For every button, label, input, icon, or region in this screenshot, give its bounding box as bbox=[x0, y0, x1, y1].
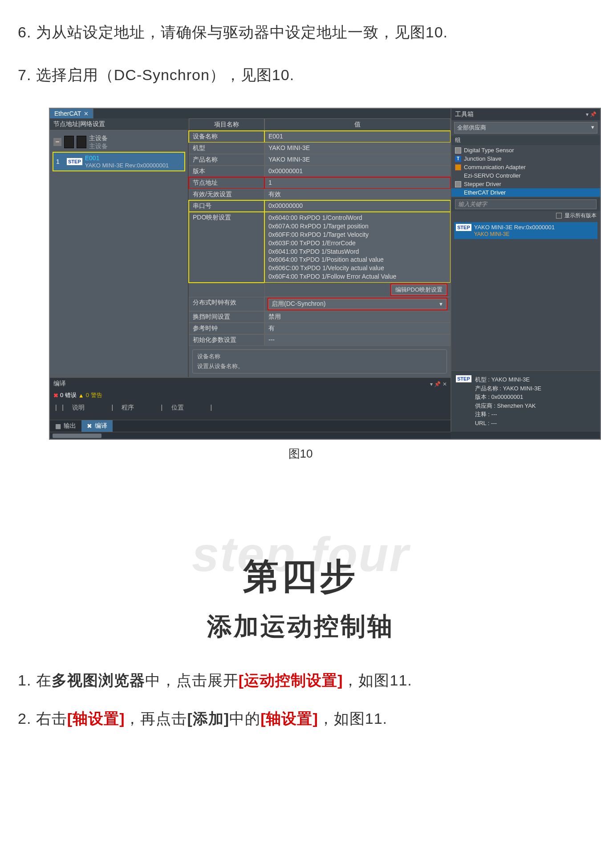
error-count[interactable]: 0 错误 bbox=[60, 391, 77, 399]
warning-icon: ▲ bbox=[78, 392, 84, 399]
toolbox-list: Digital Type Sensor TJunction Slave Comm… bbox=[451, 145, 600, 198]
device-icon bbox=[64, 136, 74, 148]
description-panel: 设备名称 设置从设备名称。 bbox=[192, 349, 447, 373]
dc-synchron-combo[interactable]: 启用(DC-Synchron) ▼ bbox=[268, 299, 447, 309]
doc-step7: 7. 选择启用（DC-Synchron），见图10. bbox=[18, 65, 583, 85]
row-model-v: YAKO MINI-3E bbox=[264, 142, 451, 154]
doc-step4-2: 2. 右击[轴设置]，再点击[添加]中的[轴设置]，如图11. bbox=[18, 709, 583, 729]
info-comment: 注释 : --- bbox=[475, 410, 541, 419]
close-icon[interactable]: ✕ bbox=[84, 110, 89, 117]
error-icon: ✖ bbox=[53, 392, 58, 399]
show-all-label: 显示所有版本 bbox=[564, 212, 597, 219]
show-all-checkbox[interactable] bbox=[556, 213, 562, 219]
panel-menu-icon[interactable]: ▾ 📌 bbox=[586, 111, 597, 118]
warning-count[interactable]: 0 警告 bbox=[86, 391, 102, 399]
row-shift-l: 换挡时间设置 bbox=[189, 311, 264, 323]
row-device-name-l: 设备名称 bbox=[189, 131, 264, 142]
row-init-l: 初始化参数设置 bbox=[189, 334, 264, 346]
row-version-l: 版本 bbox=[189, 166, 264, 177]
row-serial-v: 0x00000000 bbox=[264, 200, 451, 212]
row-pdo-l: PDO映射设置 bbox=[189, 212, 264, 283]
doc-step6: 6. 为从站设定地址，请确保与驱动器中设定地址一致，见图10. bbox=[18, 22, 583, 43]
row-product-l: 产品名称 bbox=[189, 154, 264, 166]
screenshot-fig10: EtherCAT ✕ 节点地址|网络设置 − 主设备 主设备 1 bbox=[49, 108, 601, 440]
row-address-l: 节点地址 bbox=[189, 177, 264, 189]
sensor-icon bbox=[455, 147, 461, 154]
row-valid-l: 有效/无效设置 bbox=[189, 189, 264, 200]
col-position: 位置 bbox=[171, 404, 184, 411]
figure-caption: 图10 bbox=[18, 446, 583, 462]
step-badge-icon: STEP bbox=[456, 224, 471, 231]
dc-combo-value: 启用(DC-Synchron) bbox=[272, 300, 325, 308]
tab-compile[interactable]: ✖ 编译 bbox=[81, 420, 113, 432]
step-cn: 第四步 bbox=[18, 553, 583, 601]
horizontal-scrollbar[interactable] bbox=[50, 432, 451, 439]
col-program: 程序 bbox=[122, 404, 134, 411]
close-icon[interactable]: ✕ bbox=[443, 381, 447, 387]
row-init-v[interactable]: --- bbox=[264, 334, 451, 346]
row-product-v: YAKO MINI-3E bbox=[264, 154, 451, 166]
info-vendor: 供应商 : Shenzhen YAK bbox=[475, 402, 541, 410]
row-ref-l: 参考时钟 bbox=[189, 323, 264, 334]
prop-header-value: 值 bbox=[264, 118, 451, 131]
step-subtitle: 添加运动控制轴 bbox=[18, 610, 583, 644]
group-header: 组 bbox=[451, 135, 600, 145]
tree-node-selected[interactable]: 1 STEP E001 YAKO MINI-3E Rev:0x00000001 bbox=[53, 153, 184, 170]
row-shift-v[interactable]: 禁用 bbox=[264, 311, 451, 323]
result-sub: YAKO MINI-3E bbox=[474, 231, 510, 237]
device-icon bbox=[77, 136, 86, 148]
junction-icon: T bbox=[455, 156, 461, 162]
step-badge-icon: STEP bbox=[456, 375, 471, 382]
tab-output[interactable]: ▦ 输出 bbox=[50, 420, 81, 432]
tab-label: EtherCAT bbox=[54, 110, 81, 117]
row-pdo-v: 0x6040:00 RxPDO 1/ControlWord 0x607A:00 … bbox=[264, 212, 451, 283]
col-description: 说明 bbox=[72, 404, 85, 411]
row-version-v: 0x00000001 bbox=[264, 166, 451, 177]
prop-header-name: 项目名称 bbox=[189, 118, 264, 131]
toolbox-item[interactable]: Digital Type Sensor bbox=[451, 146, 600, 154]
chevron-down-icon: ▼ bbox=[439, 301, 443, 307]
compile-title: 编译 bbox=[53, 380, 66, 388]
stepper-icon bbox=[455, 181, 461, 187]
collapse-icon[interactable]: − bbox=[53, 138, 61, 146]
pin-icon[interactable]: ▾ 📌 bbox=[430, 381, 441, 387]
compile-icon: ✖ bbox=[87, 422, 92, 430]
supplier-combo[interactable]: 全部供应商 ▾ bbox=[454, 122, 597, 134]
step-heading: step four 第四步 添加运动控制轴 bbox=[18, 542, 583, 644]
adapter-icon bbox=[455, 164, 461, 170]
row-address-v[interactable]: 1 bbox=[264, 177, 451, 189]
master-label1: 主设备 bbox=[89, 134, 108, 142]
search-result[interactable]: STEP YAKO MINI-3E Rev:0x0000001 YAKO MIN… bbox=[454, 222, 597, 239]
row-dc-l: 分布式时钟有效 bbox=[189, 297, 264, 311]
output-icon: ▦ bbox=[55, 422, 61, 430]
toolbox-item[interactable]: Communication Adapter bbox=[451, 163, 600, 171]
row-valid-v[interactable]: 有效 bbox=[264, 189, 451, 200]
toolbox-item-selected[interactable]: EtherCAT Driver bbox=[451, 188, 600, 197]
node-code: E001 bbox=[85, 154, 100, 162]
row-model-l: 机型 bbox=[189, 142, 264, 154]
edit-pdo-button[interactable]: 编辑PDO映射设置 bbox=[391, 284, 447, 295]
info-url: URL : --- bbox=[475, 419, 541, 428]
step-badge-icon: STEP bbox=[67, 158, 82, 165]
chevron-down-icon: ▾ bbox=[591, 124, 594, 132]
node-number: 1 bbox=[56, 158, 64, 165]
result-title: YAKO MINI-3E Rev:0x0000001 bbox=[474, 224, 555, 231]
keyword-input[interactable]: 输入关键字 bbox=[455, 199, 597, 209]
row-ref-v: 有 bbox=[264, 323, 451, 334]
info-product: 产品名称 : YAKO MINI-3E bbox=[475, 384, 541, 393]
toolbox-item[interactable]: TJunction Slave bbox=[451, 154, 600, 163]
row-device-name-v[interactable]: E001 bbox=[264, 131, 451, 142]
row-serial-l: 串口号 bbox=[189, 200, 264, 212]
tab-ethercat[interactable]: EtherCAT ✕ bbox=[50, 109, 93, 118]
tree-master[interactable]: − 主设备 主设备 bbox=[53, 133, 184, 151]
toolbox-item[interactable]: Stepper Driver bbox=[451, 180, 600, 188]
desc-body: 设置从设备名称。 bbox=[197, 362, 442, 370]
info-version: 版本 : 0x00000001 bbox=[475, 393, 541, 402]
device-info-panel: STEP 机型 : YAKO MINI-3E 产品名称 : YAKO MINI-… bbox=[451, 370, 600, 432]
tree-header: 节点地址|网络设置 bbox=[50, 118, 188, 130]
toolbox-item[interactable]: Ezi-SERVO Controller bbox=[451, 171, 600, 180]
toolbox-title: 工具箱 bbox=[455, 110, 474, 118]
doc-step4-1: 1. 在多视图浏览器中，点击展开[运动控制设置]，如图11. bbox=[18, 670, 583, 691]
info-model: 机型 : YAKO MINI-3E bbox=[475, 375, 541, 384]
master-label2: 主设备 bbox=[89, 142, 108, 150]
